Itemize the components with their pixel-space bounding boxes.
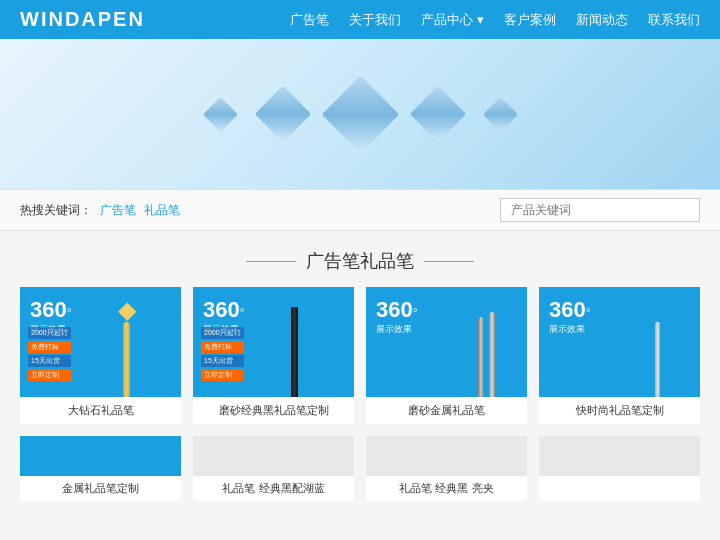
product-img-inner-2: 360 ° 展示效果 — [366, 287, 527, 397]
badge-num-3: 360 ° — [549, 297, 591, 323]
badge-num-2: 360 ° — [376, 297, 418, 323]
product-card-0[interactable]: 360 ° 展示效果 2000只起订 免费打标 15天出货 立即定制 ◆ — [20, 287, 181, 424]
diamond-icon-4 — [409, 86, 466, 143]
pen-body-slim — [655, 322, 660, 397]
badge-360-2: 360 ° 展示效果 — [376, 297, 418, 336]
product-img-sm-1 — [193, 436, 354, 476]
pen-body-gold — [123, 322, 130, 397]
product-img-sm-3 — [539, 436, 700, 476]
badge-360-degree: ° — [67, 306, 72, 320]
title-line-left — [246, 261, 296, 262]
product-image-1: 360 ° 展示效果 2000只起订 免费打标 15天出货 立即定制 — [193, 287, 354, 397]
product-name-1: 磨砂经典黑礼品笔定制 — [193, 397, 354, 424]
diamond-icon-5 — [482, 96, 517, 131]
info-badge-btn-1: 立即定制 — [201, 369, 244, 381]
product-card-sm-0[interactable]: 金属礼品笔定制 — [20, 436, 181, 501]
info-badge-label-1: 免费打标 — [201, 341, 244, 353]
badge-360-number-2: 360 — [376, 297, 413, 323]
badge-360-3: 360 ° 展示效果 — [549, 297, 591, 336]
product-name-0: 大钻石礼品笔 — [20, 397, 181, 424]
info-badge-ship-1: 15天出货 — [201, 355, 244, 367]
nav-item-about[interactable]: 关于我们 — [349, 11, 401, 29]
product-image-3: 360 ° 展示效果 — [539, 287, 700, 397]
product-name-2: 磨砂金属礼品笔 — [366, 397, 527, 424]
badge-subtitle-3: 展示效果 — [549, 323, 585, 336]
nav-item-contact[interactable]: 联系我们 — [648, 11, 700, 29]
keywords-label: 热搜关键词： — [20, 202, 92, 219]
badge-360-number: 360 — [30, 297, 67, 323]
nav-item-news[interactable]: 新闻动态 — [576, 11, 628, 29]
pen-visual-black — [291, 307, 298, 397]
product-card-2[interactable]: 360 ° 展示效果 磨砂金属礼品笔 — [366, 287, 527, 424]
diamond-icon-1 — [202, 96, 237, 131]
info-badge-label-0: 免费打标 — [28, 341, 71, 353]
pen-body-black — [291, 307, 298, 397]
main-nav: 广告笔 关于我们 产品中心 ▾ 客户案例 新闻动态 联系我们 — [290, 11, 700, 29]
products-section: 广告笔礼品笔 360 ° 展示效果 2000只起订 免费打标 — [0, 231, 720, 521]
badge-360-degree-3: ° — [586, 306, 591, 320]
info-badges-1: 2000只起订 免费打标 15天出货 立即定制 — [201, 327, 244, 381]
product-image-0: 360 ° 展示效果 2000只起订 免费打标 15天出货 立即定制 ◆ — [20, 287, 181, 397]
site-header: WINDAPEN 广告笔 关于我们 产品中心 ▾ 客户案例 新闻动态 联系我们 — [0, 0, 720, 39]
pen-visual-metal — [478, 312, 495, 397]
product-card-sm-2[interactable]: 礼品笔 经典黑 亮夹 — [366, 436, 527, 501]
info-badge-ship-0: 15天出货 — [28, 355, 71, 367]
badge-num-1: 360 ° — [203, 297, 245, 323]
badge-360-degree-2: ° — [413, 306, 418, 320]
diamond-icon-2 — [254, 86, 311, 143]
info-badge-order-0: 2000只起订 — [28, 327, 71, 339]
product-card-sm-1[interactable]: 礼品笔 经典黑配湖蓝 — [193, 436, 354, 501]
nav-item-cases[interactable]: 客户案例 — [504, 11, 556, 29]
product-card-1[interactable]: 360 ° 展示效果 2000只起订 免费打标 15天出货 立即定制 — [193, 287, 354, 424]
badge-360-number-1: 360 — [203, 297, 240, 323]
section-title-text: 广告笔礼品笔 — [306, 249, 414, 273]
products-grid-row1: 360 ° 展示效果 2000只起订 免费打标 15天出货 立即定制 ◆ — [20, 287, 700, 424]
banner-diamonds — [208, 87, 513, 142]
product-name-sm-1: 礼品笔 经典黑配湖蓝 — [193, 476, 354, 501]
product-img-inner-3: 360 ° 展示效果 — [539, 287, 700, 397]
keyword-tag-1[interactable]: 广告笔 — [100, 202, 136, 219]
badge-num-0: 360 ° — [30, 297, 72, 323]
product-image-2: 360 ° 展示效果 — [366, 287, 527, 397]
product-name-sm-3 — [539, 476, 700, 486]
keyword-tag-2[interactable]: 礼品笔 — [144, 202, 180, 219]
banner-background — [0, 39, 720, 189]
product-img-sm-2 — [366, 436, 527, 476]
pen-visual-gold: ◆ — [118, 298, 136, 397]
info-badge-order-1: 2000只起订 — [201, 327, 244, 339]
badge-subtitle-2: 展示效果 — [376, 323, 412, 336]
search-input[interactable] — [500, 198, 700, 222]
product-name-sm-0: 金属礼品笔定制 — [20, 476, 181, 501]
pen-metal-1 — [478, 317, 484, 397]
pen-visual-slim — [655, 322, 660, 397]
title-line-right — [424, 261, 474, 262]
diamond-top-icon: ◆ — [118, 298, 136, 322]
nav-item-products[interactable]: 产品中心 ▾ — [421, 11, 484, 29]
hot-keywords: 热搜关键词： 广告笔 礼品笔 — [20, 202, 180, 219]
banner — [0, 39, 720, 189]
product-img-sm-0 — [20, 436, 181, 476]
info-badge-btn-0: 立即定制 — [28, 369, 71, 381]
info-badges-0: 2000只起订 免费打标 15天出货 立即定制 — [28, 327, 71, 381]
keywords-bar: 热搜关键词： 广告笔 礼品笔 — [0, 189, 720, 231]
product-card-sm-3[interactable] — [539, 436, 700, 501]
product-card-3[interactable]: 360 ° 展示效果 快时尚礼品笔定制 — [539, 287, 700, 424]
nav-item-ads[interactable]: 广告笔 — [290, 11, 329, 29]
products-grid-row2: 金属礼品笔定制 礼品笔 经典黑配湖蓝 礼品笔 经典黑 亮夹 — [20, 436, 700, 501]
product-img-inner-1: 360 ° 展示效果 2000只起订 免费打标 15天出货 立即定制 — [193, 287, 354, 397]
badge-360-number-3: 360 — [549, 297, 586, 323]
section-title: 广告笔礼品笔 — [20, 231, 700, 287]
site-logo: WINDAPEN — [20, 8, 145, 31]
product-name-3: 快时尚礼品笔定制 — [539, 397, 700, 424]
product-img-inner-0: 360 ° 展示效果 2000只起订 免费打标 15天出货 立即定制 ◆ — [20, 287, 181, 397]
diamond-icon-3 — [321, 75, 399, 153]
pen-metal-2 — [489, 312, 495, 397]
product-name-sm-2: 礼品笔 经典黑 亮夹 — [366, 476, 527, 501]
badge-360-degree-1: ° — [240, 306, 245, 320]
